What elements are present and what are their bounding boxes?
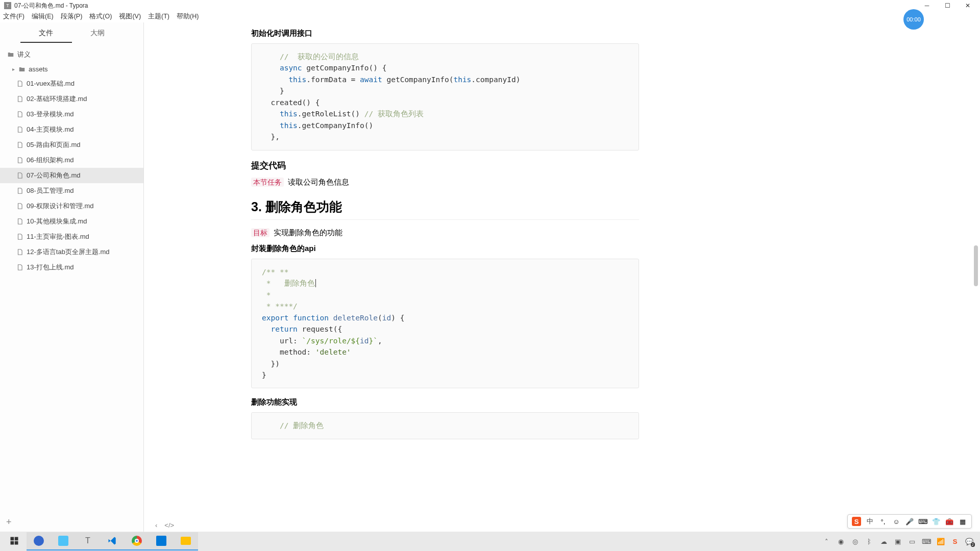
menu-format[interactable]: 格式(O) bbox=[89, 12, 112, 21]
tree-file-label: 11-主页审批-图表.md bbox=[27, 232, 89, 241]
timer-bubble[interactable]: 00:00 bbox=[903, 9, 924, 30]
menu-theme[interactable]: 主题(T) bbox=[148, 12, 169, 21]
taskbar: T ˄ ◉ ◎ ᛒ ☁ ▣ ▭ ⌨ 📶 S 💬2 bbox=[0, 532, 980, 551]
tree-file[interactable]: 10-其他模块集成.md bbox=[0, 214, 143, 229]
tray-wifi-icon[interactable]: 📶 bbox=[936, 537, 945, 546]
folder-icon bbox=[7, 51, 15, 58]
window-title: 07-公司和角色.md - Typora bbox=[14, 2, 923, 10]
file-icon bbox=[16, 187, 24, 194]
back-button[interactable]: ‹ bbox=[155, 521, 157, 529]
ime-keyboard-icon[interactable]: ⌨ bbox=[918, 517, 927, 526]
menu-paragraph[interactable]: 段落(P) bbox=[61, 12, 83, 21]
scrollbar-thumb[interactable] bbox=[974, 245, 978, 286]
tree-file[interactable]: 07-公司和角色.md bbox=[0, 168, 143, 183]
ime-grid-icon[interactable]: ▦ bbox=[958, 517, 967, 526]
sogou-icon[interactable]: S bbox=[852, 517, 861, 526]
tray-keyboard-icon[interactable]: ⌨ bbox=[922, 537, 931, 546]
taskbar-chrome[interactable] bbox=[125, 532, 149, 550]
tree-root[interactable]: 讲义 bbox=[0, 47, 143, 62]
taskbar-explorer[interactable] bbox=[174, 532, 198, 550]
task-text: 读取公司角色信息 bbox=[286, 178, 349, 186]
tray-app1-icon[interactable]: ◉ bbox=[836, 537, 845, 546]
goal-label: 目标 bbox=[251, 228, 270, 237]
tree-file[interactable]: 09-权限设计和管理.md bbox=[0, 198, 143, 214]
tree-file[interactable]: 13-打包上线.md bbox=[0, 260, 143, 275]
tree-file[interactable]: 11-主页审批-图表.md bbox=[0, 229, 143, 244]
tab-outline[interactable]: 大纲 bbox=[72, 24, 124, 43]
scrollbar[interactable] bbox=[974, 53, 979, 511]
file-icon bbox=[16, 203, 24, 210]
ime-smile-icon[interactable]: ☺ bbox=[892, 517, 901, 526]
tree-file[interactable]: 02-基础环境搭建.md bbox=[0, 91, 143, 107]
tray-bluetooth-icon[interactable]: ᛒ bbox=[865, 537, 874, 546]
tree-file[interactable]: 04-主页模块.md bbox=[0, 122, 143, 137]
tray-chevron-icon[interactable]: ˄ bbox=[822, 537, 831, 546]
heading-submit: 提交代码 bbox=[251, 160, 639, 171]
maximize-button[interactable]: ☐ bbox=[943, 2, 951, 10]
tree-folder-assets[interactable]: ▸ assets bbox=[0, 62, 143, 76]
menu-help[interactable]: 帮助(H) bbox=[177, 12, 199, 21]
file-icon bbox=[16, 248, 24, 256]
tray-sogou-icon[interactable]: S bbox=[950, 537, 960, 546]
tree-file-label: 04-主页模块.md bbox=[27, 125, 74, 134]
timer-text: 00:00 bbox=[906, 16, 921, 22]
taskbar-app-2[interactable] bbox=[51, 532, 76, 550]
ime-punct-icon[interactable]: °, bbox=[878, 517, 888, 526]
menubar: 文件(F) 编辑(E) 段落(P) 格式(O) 视图(V) 主题(T) 帮助(H… bbox=[0, 11, 980, 22]
taskbar-powershell[interactable] bbox=[149, 532, 174, 550]
code-block-impl[interactable]: // 删除角色 bbox=[251, 412, 639, 439]
ime-lang[interactable]: 中 bbox=[865, 517, 874, 526]
tray-onedrive-icon[interactable]: ☁ bbox=[879, 537, 888, 546]
tree-file[interactable]: 01-vuex基础.md bbox=[0, 76, 143, 91]
svg-rect-3 bbox=[15, 541, 18, 545]
tree-file-label: 02-基础环境搭建.md bbox=[27, 94, 87, 104]
menu-view[interactable]: 视图(V) bbox=[119, 12, 141, 21]
tray-battery-icon[interactable]: ▭ bbox=[908, 537, 917, 546]
ime-tool-icon[interactable]: 🧰 bbox=[945, 517, 954, 526]
file-icon bbox=[16, 141, 24, 148]
ime-mic-icon[interactable]: 🎤 bbox=[905, 517, 914, 526]
tray-camera-icon[interactable]: ▣ bbox=[893, 537, 902, 546]
file-icon bbox=[16, 218, 24, 225]
tree-file[interactable]: 03-登录模块.md bbox=[0, 107, 143, 122]
heading-init: 初始化时调用接口 bbox=[251, 29, 639, 38]
editor-content: 初始化时调用接口 // 获取的公司的信息 async getCompanyInf… bbox=[251, 29, 639, 439]
tree-file[interactable]: 12-多语言tab页全屏主题.md bbox=[0, 244, 143, 260]
close-button[interactable]: ✕ bbox=[964, 2, 972, 10]
source-toggle[interactable]: </> bbox=[164, 521, 174, 529]
tree-file-label: 12-多语言tab页全屏主题.md bbox=[27, 247, 110, 257]
file-tree: 讲义 ▸ assets 01-vuex基础.md02-基础环境搭建.md03-登… bbox=[0, 43, 143, 279]
menu-edit[interactable]: 编辑(E) bbox=[32, 12, 54, 21]
tray-notifications-icon[interactable]: 💬2 bbox=[965, 537, 974, 546]
file-icon bbox=[16, 157, 24, 164]
code-block-api[interactable]: /** ** * 删除角色 * * ****/ export function … bbox=[251, 259, 639, 389]
taskbar-typora[interactable]: T bbox=[76, 532, 100, 550]
minimize-button[interactable]: ─ bbox=[923, 2, 931, 10]
window-controls: ─ ☐ ✕ bbox=[923, 2, 976, 10]
taskbar-app-1[interactable] bbox=[27, 532, 51, 550]
tree-file[interactable]: 05-路由和页面.md bbox=[0, 137, 143, 153]
file-icon bbox=[16, 264, 24, 271]
tree-file[interactable]: 08-员工管理.md bbox=[0, 183, 143, 198]
sidebar-add[interactable]: + bbox=[0, 513, 143, 532]
start-button[interactable] bbox=[2, 532, 27, 550]
tree-file-label: 13-打包上线.md bbox=[27, 263, 74, 272]
menu-file[interactable]: 文件(F) bbox=[3, 12, 24, 21]
svg-rect-1 bbox=[15, 537, 18, 541]
file-icon bbox=[16, 95, 24, 103]
heading-section-3: 3. 删除角色功能 bbox=[251, 198, 639, 220]
file-icon bbox=[16, 126, 24, 133]
code-block-init[interactable]: // 获取的公司的信息 async getCompanyInfo() { thi… bbox=[251, 43, 639, 151]
tree-file-label: 06-组织架构.md bbox=[27, 156, 74, 165]
editor[interactable]: 初始化时调用接口 // 获取的公司的信息 async getCompanyInf… bbox=[144, 22, 980, 532]
tree-file-label: 03-登录模块.md bbox=[27, 110, 74, 119]
tree-file[interactable]: 06-组织架构.md bbox=[0, 153, 143, 168]
statusbar: ‹ </> bbox=[148, 518, 181, 532]
taskbar-vscode[interactable] bbox=[100, 532, 125, 550]
tab-files[interactable]: 文件 bbox=[20, 24, 72, 43]
heading-impl: 删除功能实现 bbox=[251, 397, 639, 407]
tray-app2-icon[interactable]: ◎ bbox=[850, 537, 860, 546]
ime-panel[interactable]: S 中 °, ☺ 🎤 ⌨ 👕 🧰 ▦ bbox=[847, 514, 972, 529]
text-cursor bbox=[315, 279, 316, 287]
ime-skin-icon[interactable]: 👕 bbox=[932, 517, 941, 526]
